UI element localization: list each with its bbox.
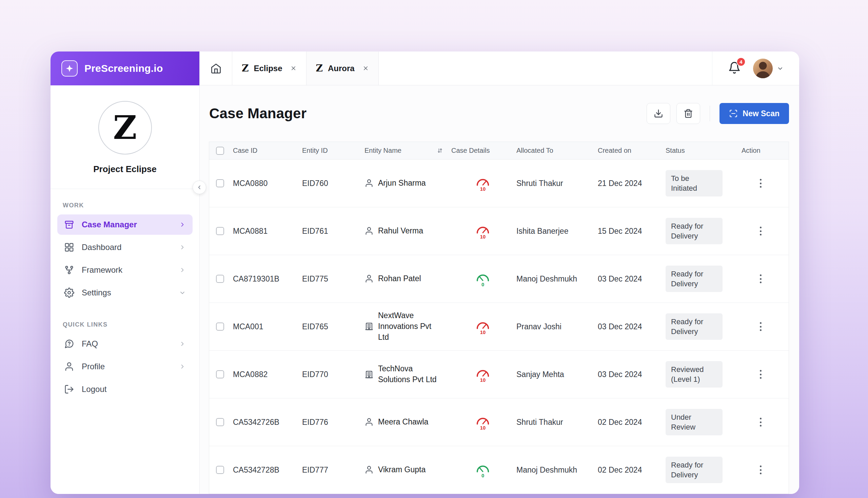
cell-allocated-to: Shruti Thakur [514, 179, 596, 188]
sidebar-item-profile[interactable]: Profile [57, 356, 193, 377]
home-button[interactable] [200, 52, 232, 85]
row-checkbox[interactable] [216, 418, 224, 426]
column-header-created_on: Created on [596, 147, 664, 155]
actions-divider [710, 106, 710, 121]
cell-case-id: MCA0881 [231, 227, 300, 236]
row-actions-button[interactable] [757, 271, 764, 287]
cell-action [740, 414, 789, 430]
brand-name: PreScreening.io [85, 63, 163, 74]
cell-action [740, 462, 789, 478]
cell-entity-id: EID777 [300, 466, 362, 475]
main-panel: ZEclipseZAurora 4 Case Ma [200, 52, 799, 494]
svg-text:10: 10 [480, 425, 486, 431]
desktop-background: PreScreening.io Z Project Eclipse WORKCa… [0, 0, 868, 498]
cell-case-details: 10 [449, 318, 514, 335]
tab-label: Aurora [328, 64, 355, 73]
tab-strip: ZEclipseZAurora [232, 52, 379, 85]
cell-case-details: 0 [449, 461, 514, 479]
row-actions-button[interactable] [757, 175, 764, 192]
tab-aurora[interactable]: ZAurora [307, 52, 379, 85]
table-row[interactable]: MCA0881EID761Rahul Verma10Ishita Banerje… [209, 207, 789, 255]
case-table: Case IDEntity IDEntity NameCase DetailsA… [209, 142, 789, 494]
row-actions-button[interactable] [757, 414, 764, 430]
row-checkbox[interactable] [216, 323, 224, 331]
table-row[interactable]: CA5342726BEID776Meera Chawla10Shruti Tha… [209, 398, 789, 446]
row-checkbox[interactable] [216, 227, 224, 235]
project-name: Project Eclipse [93, 164, 156, 174]
cell-status: Reviewed (Level 1) [664, 361, 740, 388]
row-checkbox[interactable] [216, 466, 224, 474]
cell-allocated-to: Pranav Joshi [514, 322, 596, 331]
nav-section-label: QUICK LINKS [63, 321, 193, 328]
chevron-down-icon [777, 65, 783, 72]
row-actions-button[interactable] [757, 223, 764, 239]
notifications-button[interactable]: 4 [728, 61, 741, 76]
sidebar-item-framework[interactable]: Framework [57, 260, 193, 280]
entity-name: Rahul Verma [378, 226, 423, 236]
tab-eclipse[interactable]: ZEclipse [232, 52, 307, 85]
notification-badge: 4 [737, 57, 745, 66]
table-row[interactable]: MCA001EID765NextWave Innovations Pvt Ltd… [209, 303, 789, 351]
table-row[interactable]: MCA0882EID770TechNova Solutions Pvt Ltd1… [209, 351, 789, 398]
case-manager-icon [64, 220, 74, 230]
status-badge: To be Initiated [666, 170, 723, 196]
sidebar-item-logout[interactable]: Logout [57, 379, 193, 399]
sort-icon[interactable] [437, 147, 443, 154]
sidebar-item-label: Case Manager [82, 220, 137, 230]
topbar-right: 4 [712, 52, 799, 85]
row-checkbox[interactable] [216, 275, 224, 283]
select-all-checkbox[interactable] [216, 147, 224, 155]
download-button[interactable] [647, 103, 670, 124]
cell-case-id: CA5342726B [231, 418, 300, 427]
tab-close-icon[interactable] [290, 65, 297, 71]
company-icon [365, 322, 374, 331]
cell-entity-id: EID761 [300, 227, 362, 236]
tab-close-icon[interactable] [362, 65, 369, 71]
column-header-entity_name[interactable]: Entity Name [362, 147, 449, 155]
sidebar-item-settings[interactable]: Settings [57, 283, 193, 303]
table-row[interactable]: CA8719301BEID775Rohan Patel0Manoj Deshmu… [209, 255, 789, 303]
table-row[interactable]: MCA0880EID760Arjun Sharma10Shruti Thakur… [209, 160, 789, 207]
cell-allocated-to: Manoj Deshmukh [514, 274, 596, 284]
cell-entity-name: Meera Chawla [362, 417, 449, 428]
project-logo-letter: Z [113, 112, 137, 144]
cell-created-on: 21 Dec 2024 [596, 179, 664, 188]
cell-case-details: 10 [449, 366, 514, 383]
cell-entity-name: Rohan Patel [362, 273, 449, 284]
chevron-left-icon [196, 184, 202, 191]
risk-gauge-icon: 10 [474, 318, 492, 335]
page-title: Case Manager [209, 105, 307, 122]
sidebar-collapse-button[interactable] [193, 181, 206, 194]
row-actions-button[interactable] [757, 319, 764, 335]
app-window: PreScreening.io Z Project Eclipse WORKCa… [51, 52, 799, 494]
dashboard-icon [64, 242, 74, 252]
sidebar-item-faq[interactable]: FAQ [57, 334, 193, 354]
user-menu[interactable] [753, 58, 783, 78]
chevron-down-icon [179, 289, 186, 296]
row-checkbox[interactable] [216, 370, 224, 378]
new-scan-button[interactable]: New Scan [719, 103, 789, 124]
content-area: Case Manager New Scan [200, 86, 799, 494]
sidebar-item-case-manager[interactable]: Case Manager [57, 214, 193, 235]
cell-created-on: 03 Dec 2024 [596, 370, 664, 379]
content-header: Case Manager New Scan [200, 86, 799, 142]
project-block: Z Project Eclipse [51, 86, 199, 174]
column-label: Action [741, 147, 761, 155]
person-icon [365, 417, 374, 427]
cell-allocated-to: Ishita Banerjee [514, 227, 596, 236]
faq-icon [64, 339, 74, 349]
row-actions-button[interactable] [757, 367, 764, 382]
table-row[interactable]: CA5342728BEID777Vikram Gupta0Manoj Deshm… [209, 446, 789, 494]
status-badge: Reviewed (Level 1) [666, 361, 723, 388]
sidebar-item-dashboard[interactable]: Dashboard [57, 237, 193, 258]
cell-case-id: CA8719301B [231, 274, 300, 284]
svg-text:10: 10 [480, 234, 486, 239]
delete-button[interactable] [676, 103, 700, 124]
row-checkbox[interactable] [216, 179, 224, 187]
chevron-right-icon [179, 363, 186, 370]
topbar: ZEclipseZAurora 4 [200, 52, 799, 86]
cell-status: To be Initiated [664, 170, 740, 196]
column-label: Allocated To [516, 147, 553, 155]
row-actions-button[interactable] [757, 462, 764, 478]
cell-status: Ready for Delivery [664, 313, 740, 340]
